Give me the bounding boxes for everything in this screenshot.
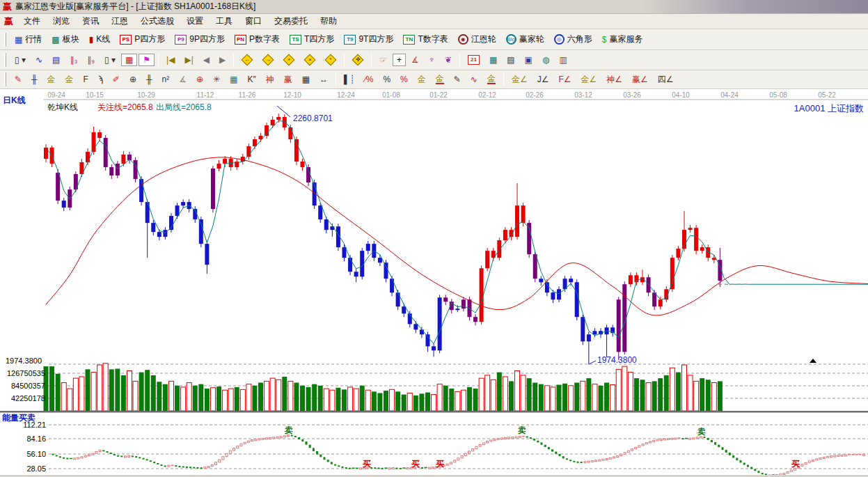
toolbar-grip[interactable] (4, 53, 6, 67)
star-grid-tool[interactable]: ✳ (209, 73, 224, 86)
toolbar-grip[interactable] (4, 72, 6, 86)
shen-grid-tool[interactable]: 神 (262, 73, 278, 86)
circle-grid-tool[interactable]: ⊕ (125, 73, 141, 86)
shen-angle-tool[interactable]: 神∠ (602, 73, 626, 86)
save-button[interactable]: ▣ (521, 54, 537, 66)
pen-line-tool[interactable]: ✎ (450, 73, 465, 86)
ninep-square-button-icon: P9 (175, 35, 187, 45)
gold-line-tool[interactable]: 金 (432, 72, 448, 86)
kline-button[interactable]: ▮K线 (85, 31, 115, 47)
si-angle-tool[interactable]: 四∠ (654, 73, 678, 86)
gold-angle-tool[interactable]: 金∠ (507, 73, 532, 86)
volume-tick-label: 42250178 (11, 394, 74, 402)
spiral-tool[interactable]: ϡ (94, 73, 107, 86)
p-number-table-button-label: P数字表 (249, 33, 280, 45)
formula-name-label: 乾坤K线 (47, 102, 78, 114)
ying-grid-tool[interactable]: 赢 (280, 73, 297, 86)
menu-item-1[interactable]: 浏览 (47, 14, 76, 29)
k-quote-tool[interactable]: K″ (243, 73, 260, 86)
menu-item-0[interactable]: 文件 (17, 14, 47, 29)
diamond-x-button[interactable]: × (300, 54, 319, 66)
j-angle-tool[interactable]: J∠ (533, 73, 553, 86)
hash-grid-tool[interactable]: ╫ (142, 73, 157, 86)
nav-next-button[interactable]: ▶ (215, 54, 230, 66)
ruler-grid-tool[interactable]: ╫ (27, 73, 42, 86)
menu-item-3[interactable]: 江恩 (105, 14, 134, 29)
diamond-star-button[interactable]: * (321, 54, 340, 66)
crosshair-tool-button[interactable]: + (393, 54, 406, 66)
nav-first-button[interactable]: |◀ (162, 54, 179, 66)
winner-wheel-button[interactable]: Big赢家轮 (502, 31, 549, 47)
percent-tool[interactable]: % (379, 73, 395, 86)
bars-9-button[interactable]: ∥₉ (83, 54, 99, 66)
kline-period-dropdown[interactable]: ▯ ▾ (10, 54, 30, 66)
n2-grid-tool[interactable]: n² (157, 73, 173, 86)
span-arrows-tool[interactable]: ↔ (315, 73, 332, 86)
wave-band-tool[interactable]: ∿ (466, 73, 482, 86)
info-f10-button[interactable]: ▤ (48, 54, 64, 66)
menu-item-5[interactable]: 设置 (180, 14, 210, 29)
f-grid-tool[interactable]: F (79, 73, 93, 86)
print-button[interactable]: ▥ (555, 54, 571, 66)
quote-button[interactable]: ▦行情 (10, 31, 46, 47)
menu-item-9[interactable]: 帮助 (314, 14, 343, 29)
ying-angle-tool[interactable]: 赢∠ (628, 73, 652, 86)
diamond-left-button[interactable]: ← (237, 54, 257, 66)
gann-tool-button[interactable]: ♆ (425, 54, 439, 66)
chart-canvas[interactable]: 09-2410-1510-2911-1211-2612-1012-2401-08… (0, 89, 868, 477)
square-grid-tool[interactable]: ▦ (226, 73, 242, 86)
f-angle-tool[interactable]: F∠ (554, 73, 575, 86)
volume-flag-button[interactable]: ⚑ (139, 54, 155, 66)
diamond-right-button[interactable]: → (258, 54, 278, 66)
calendar-button[interactable]: 21 (464, 53, 484, 67)
diamond-move-button[interactable]: ✜ (348, 54, 368, 66)
gold-circle-tool[interactable]: 金 (413, 73, 430, 86)
nav-last-button[interactable]: ▶| (180, 54, 197, 66)
price-scale-tool[interactable]: ▌┊ (340, 73, 359, 86)
f-angle-tool-icon: F∠ (558, 75, 571, 84)
calculator-button[interactable]: ▦ (485, 54, 501, 66)
gold2-angle-tool[interactable]: 金∠ (577, 73, 601, 86)
svg-text:09-24: 09-24 (47, 91, 65, 99)
p-square-button[interactable]: PSP四方形 (116, 31, 169, 47)
diamond-right-button-icon: → (262, 54, 274, 66)
angle-fan-tool[interactable]: ∡ (175, 73, 191, 86)
draw-marker-tool[interactable]: ✐ (109, 73, 124, 86)
app-window: { "window": { "logo_glyph": "赢", "title"… (0, 0, 868, 477)
menu-item-7[interactable]: 窗口 (239, 14, 268, 29)
ruler-123-tool[interactable]: ▦ (298, 73, 314, 86)
export-web-button[interactable]: ◍ (538, 54, 553, 66)
diamond-plus-button[interactable]: + (279, 54, 299, 66)
hexagon-button[interactable]: ◎六角形 (550, 31, 597, 47)
percent-line-tool[interactable]: ∕% (361, 73, 378, 86)
gold-grid-tool-1[interactable]: 金 (43, 73, 60, 86)
trend-angle-button[interactable]: ∡ (407, 54, 423, 66)
winner-service-button[interactable]: $赢家服务 (598, 31, 647, 47)
candle-style-dropdown[interactable]: ▯ ▾ (100, 54, 120, 66)
pattern-tool-button[interactable]: ❦ (441, 54, 456, 66)
toolbar-grip[interactable] (4, 33, 6, 47)
pattern-view-button[interactable]: ∿ (31, 54, 47, 66)
bars-3-button[interactable]: ∥₃ (65, 54, 81, 66)
ninet-square-button[interactable]: T99T四方形 (340, 31, 397, 47)
nav-prev-button[interactable]: ◀ (199, 54, 214, 66)
menu-item-4[interactable]: 公式选股 (134, 14, 180, 29)
menu-item-2[interactable]: 资讯 (76, 14, 105, 29)
percent-red-tool[interactable]: % (396, 73, 412, 86)
gold2-angle-tool-icon: 金∠ (581, 75, 597, 84)
circle-cross-tool[interactable]: ⊕ (192, 73, 207, 86)
pencil-tool[interactable]: ✎ (10, 73, 26, 86)
p-number-table-button[interactable]: PNP数字表 (230, 31, 284, 47)
t-number-table-button[interactable]: TNT数字表 (399, 31, 452, 47)
gold-underline-tool[interactable]: 金 (483, 72, 500, 86)
ninep-square-button[interactable]: P99P四方形 (171, 31, 229, 47)
menu-item-8[interactable]: 交易委托 (268, 14, 314, 29)
qiankun-pattern-button[interactable]: ▦ (121, 54, 137, 66)
t-square-button[interactable]: TST四方形 (285, 31, 338, 47)
gann-wheel-button[interactable]: ◉江恩轮 (454, 31, 500, 47)
hand-tool-button[interactable]: ☞ (375, 54, 391, 66)
sector-button[interactable]: ▩板块 (47, 31, 83, 47)
menu-item-6[interactable]: 工具 (210, 14, 239, 29)
memo-button[interactable]: ▤ (503, 54, 519, 66)
gold-grid-tool-2[interactable]: 金 (61, 73, 78, 86)
